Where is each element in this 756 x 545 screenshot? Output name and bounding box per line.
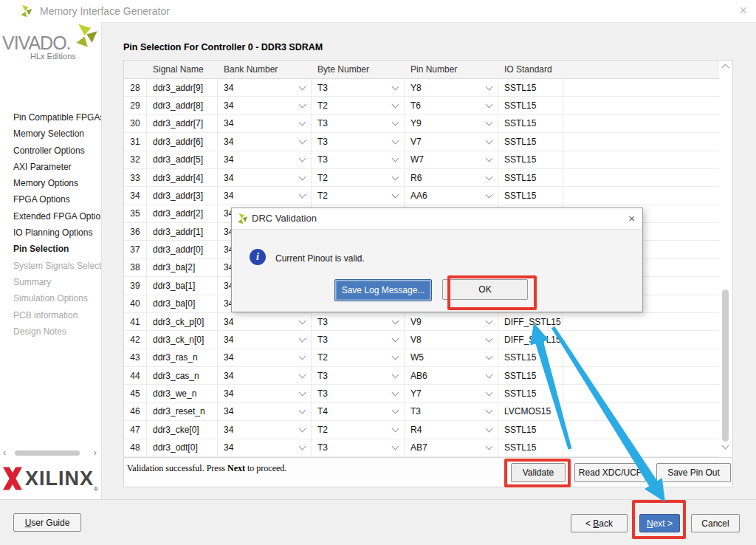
pin-number-dropdown[interactable]: R4 <box>405 421 498 438</box>
byte-number-dropdown[interactable]: T3 <box>312 367 405 384</box>
row-number: 48 <box>124 439 147 456</box>
dialog-titlebar: DRC Validation × <box>232 208 642 230</box>
bank-number-dropdown[interactable]: 34 <box>218 187 312 204</box>
close-icon[interactable]: × <box>628 208 635 229</box>
next-button[interactable]: Next > <box>639 514 680 532</box>
signal-name-cell: ddr3_cke[0] <box>147 421 218 438</box>
save-pin-out-button[interactable]: Save Pin Out <box>656 463 731 482</box>
bank-number-dropdown[interactable]: 34 <box>218 115 312 132</box>
byte-number-dropdown[interactable]: T3 <box>312 313 405 330</box>
sidebar: VIVADO. HLx Editions Pin Compatible FPGA… <box>0 22 102 499</box>
chevron-down-icon <box>299 353 306 360</box>
io-standard-cell: SSTL15 <box>498 79 563 96</box>
scroll-left-icon[interactable]: ‹ <box>3 448 6 459</box>
row-number: 46 <box>124 403 147 420</box>
byte-number-dropdown[interactable]: T4 <box>312 403 405 420</box>
byte-number-dropdown[interactable]: T3 <box>312 151 405 168</box>
byte-number-dropdown[interactable]: T3 <box>312 133 405 150</box>
pin-number-dropdown[interactable]: Y8 <box>405 79 498 96</box>
dialog-title: DRC Validation <box>252 208 317 229</box>
sidebar-item[interactable]: Pin Selection <box>0 241 101 257</box>
byte-number-dropdown[interactable]: T3 <box>312 385 405 402</box>
bank-number-dropdown[interactable]: 34 <box>218 403 312 420</box>
bank-number-dropdown[interactable]: 34 <box>218 421 312 438</box>
sidebar-item[interactable]: Pin Compatible FPGAs <box>0 109 101 126</box>
bank-number-dropdown[interactable]: 34 <box>218 133 312 150</box>
chevron-down-icon <box>299 137 306 144</box>
signal-name-cell: ddr3_we_n <box>147 385 218 402</box>
pin-number-dropdown[interactable]: W7 <box>405 151 498 168</box>
save-log-message-button[interactable]: Save Log Message... <box>334 279 432 301</box>
sidebar-item[interactable]: Memory Selection <box>0 126 101 142</box>
byte-number-dropdown[interactable]: T2 <box>312 97 405 114</box>
titlebar: Memory Interface Generator × <box>0 0 756 23</box>
sidebar-item[interactable]: AXI Parameter <box>0 159 101 175</box>
pin-number-dropdown[interactable]: AA6 <box>405 187 498 204</box>
pin-number-dropdown[interactable]: AB7 <box>405 439 498 456</box>
cancel-button[interactable]: Cancel <box>691 514 740 532</box>
pin-number-dropdown[interactable]: V7 <box>405 133 498 150</box>
bank-number-dropdown[interactable]: 34 <box>218 349 312 366</box>
scroll-right-icon[interactable]: › <box>94 448 97 459</box>
bank-number-dropdown[interactable]: 34 <box>218 367 312 384</box>
sidebar-item[interactable]: Memory Options <box>0 175 101 191</box>
bank-number-dropdown[interactable]: 34 <box>218 151 312 168</box>
bank-number-dropdown[interactable]: 34 <box>218 169 312 186</box>
pin-number-dropdown[interactable]: Y9 <box>405 115 498 132</box>
table-vertical-scrollbar[interactable] <box>719 61 732 457</box>
pin-number-dropdown[interactable]: AB6 <box>405 367 498 384</box>
scroll-down-icon[interactable] <box>722 442 729 450</box>
byte-number-dropdown[interactable]: T3 <box>312 115 405 132</box>
byte-number-dropdown[interactable]: T3 <box>312 439 405 456</box>
pin-number-dropdown[interactable]: T6 <box>405 97 498 114</box>
chevron-down-icon <box>299 155 306 162</box>
row-number: 45 <box>124 385 147 402</box>
chevron-down-icon <box>486 137 493 144</box>
byte-number-dropdown[interactable]: T2 <box>312 187 405 204</box>
chevron-down-icon <box>299 389 306 397</box>
chevron-down-icon <box>392 371 399 378</box>
byte-number-dropdown[interactable]: T3 <box>312 331 405 348</box>
byte-number-dropdown[interactable]: T3 <box>312 79 405 96</box>
pin-number-dropdown[interactable]: T3 <box>405 403 498 420</box>
ok-button[interactable]: OK <box>442 279 528 300</box>
io-standard-cell: SSTL15 <box>498 439 563 456</box>
sidebar-item[interactable]: Controller Options <box>0 143 101 159</box>
bank-number-dropdown[interactable]: 34 <box>218 439 312 456</box>
scroll-up-icon[interactable] <box>722 64 729 72</box>
read-xdc-ucf-button[interactable]: Read XDC/UCF <box>574 463 646 482</box>
byte-number-dropdown[interactable]: T2 <box>312 349 405 366</box>
sidebar-item[interactable]: FPGA Options <box>0 191 101 208</box>
sidebar-item[interactable]: Extended FPGA Optio <box>0 208 101 224</box>
scrollbar-thumb[interactable] <box>722 289 729 442</box>
byte-number-dropdown[interactable]: T2 <box>312 169 405 186</box>
pin-number-dropdown[interactable]: V9 <box>405 313 498 330</box>
pin-number-dropdown[interactable]: W5 <box>405 349 498 366</box>
bank-number-dropdown[interactable]: 34 <box>218 331 312 348</box>
chevron-down-icon <box>486 173 493 180</box>
row-number: 40 <box>124 295 147 312</box>
chevron-down-icon <box>392 389 399 397</box>
row-number: 37 <box>124 241 147 258</box>
bank-number-dropdown[interactable]: 34 <box>218 79 312 96</box>
byte-number-dropdown[interactable]: T2 <box>312 421 405 438</box>
table-row: 47 ddr3_cke[0] 34 T2 R4 SSTL15 <box>124 421 719 439</box>
chevron-down-icon <box>392 425 399 432</box>
row-number: 31 <box>124 133 147 150</box>
signal-name-cell: ddr3_addr[4] <box>147 169 218 186</box>
bank-number-dropdown[interactable]: 34 <box>218 385 312 402</box>
xilinx-x-icon <box>3 467 22 490</box>
validate-button[interactable]: Validate <box>511 463 566 482</box>
scrollbar-thumb[interactable] <box>15 450 80 456</box>
pin-number-dropdown[interactable]: R6 <box>405 169 498 186</box>
back-button[interactable]: < Back <box>571 514 628 532</box>
table-row: 29 ddr3_addr[8] 34 T2 T6 SSTL15 <box>124 97 719 114</box>
close-icon[interactable]: × <box>739 0 747 21</box>
pin-number-dropdown[interactable]: Y7 <box>405 385 498 402</box>
bank-number-dropdown[interactable]: 34 <box>218 97 312 114</box>
sidebar-item[interactable]: IO Planning Options <box>0 224 101 241</box>
user-guide-button[interactable]: User Guide <box>13 513 81 532</box>
sidebar-horizontal-scrollbar[interactable]: ‹ › <box>0 448 101 459</box>
bank-number-dropdown[interactable]: 34 <box>218 313 312 330</box>
pin-number-dropdown[interactable]: V8 <box>405 331 498 348</box>
